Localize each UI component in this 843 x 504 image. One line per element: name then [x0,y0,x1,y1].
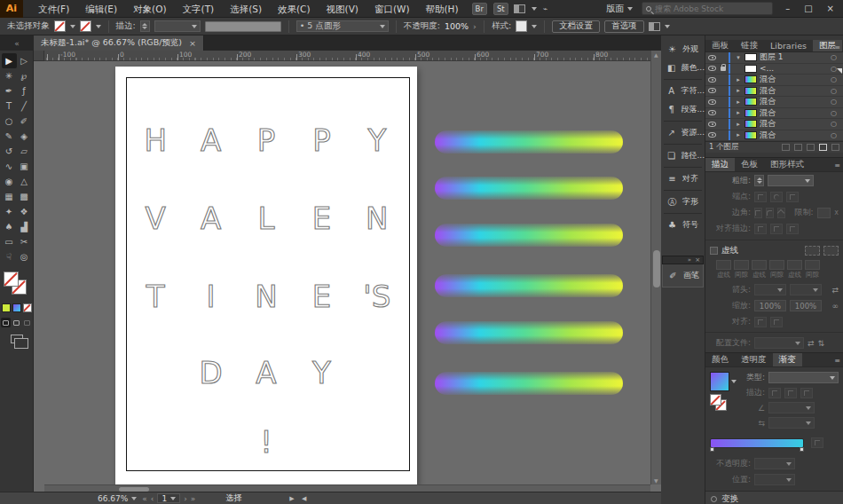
cap-projecting-button[interactable] [786,192,799,202]
outline-letter[interactable]: N [239,276,294,317]
cap-butt-button[interactable] [754,192,767,202]
align-outside-button[interactable] [786,224,799,234]
vertical-scrollbar[interactable]: ▲ ▼ [650,51,661,484]
tab-close-icon[interactable]: × [189,38,196,48]
layer-thumbnail[interactable] [745,98,757,106]
stroke-swatch-none[interactable] [80,20,91,32]
stock-search[interactable] [642,2,773,15]
brushes-panel-button[interactable]: ✐ 画笔 [662,264,704,287]
arrange-documents-caret-icon[interactable] [532,7,537,11]
stroke-weight-select[interactable] [154,20,201,32]
outline-letter[interactable]: L [239,198,294,239]
opacity-value[interactable]: 100% [445,21,469,31]
layer-thumbnail[interactable] [745,53,757,61]
limit-field[interactable] [817,208,831,218]
width-tool[interactable]: ∿ [2,159,17,174]
layer-row-6[interactable]: ▸混合○ [705,119,843,130]
visibility-eye-icon[interactable] [708,55,716,60]
layer-name[interactable]: 混合 [760,85,828,97]
layer-name[interactable]: <... [760,64,828,73]
arrow-align-tip-button[interactable] [754,317,767,327]
scroll-up-icon[interactable]: ▲ [654,51,658,58]
shape-builder-tool[interactable]: ◉ [2,174,17,189]
align-inside-button[interactable] [770,224,783,234]
menu-item-5[interactable]: 效果(C) [270,0,319,18]
target-circle-icon[interactable]: ○ [831,131,843,139]
dock-item-7[interactable]: Ⓐ字形 [661,193,705,211]
layer-row-3[interactable]: ▸混合○ [705,86,843,98]
color-mode-button[interactable] [2,303,11,312]
quick-button-br[interactable]: Br [472,3,487,15]
perspective-grid-tool[interactable]: △ [17,174,32,189]
make-clip-mask-icon[interactable] [794,144,802,151]
align-dash-button[interactable] [823,246,839,256]
gradient-stroke-within-button[interactable] [768,388,781,398]
width-profile-preview[interactable] [205,21,281,32]
layer-row-2[interactable]: ▸混合○ [705,75,843,86]
symbol-sprayer-tool[interactable]: ♠ [2,219,17,234]
outline-letter[interactable]: ! [239,421,294,462]
fill-caret-icon[interactable] [70,25,75,28]
dock-item-2[interactable]: A字符... [661,82,705,100]
target-circle-icon[interactable]: ○ [831,109,843,117]
search-input[interactable] [655,4,761,13]
vertical-scroll-thumb[interactable] [653,250,660,287]
style-caret-icon[interactable] [532,25,537,28]
expand-panel-icon[interactable] [711,496,717,502]
dash-field-3[interactable] [769,260,784,270]
outline-letter[interactable]: A [183,198,238,239]
status-bar-arrows-icon[interactable]: ▶ ◀ [289,495,309,502]
quick-button-st[interactable]: St [493,3,508,15]
dock-item-8[interactable]: ♣符号 [661,216,705,234]
gradient-bar-4[interactable] [435,321,623,344]
ellipse-tool[interactable]: ○ [2,114,17,129]
dash-field-5[interactable] [805,260,820,270]
rotate-tool[interactable]: ↺ [2,144,17,159]
panel-menu-icon[interactable]: ≡ [834,161,840,169]
arrange-documents-icon[interactable] [514,4,525,13]
gradient-stroke-across-button[interactable] [800,388,813,398]
lock-icon[interactable] [721,67,726,71]
draw-normal-button[interactable] [1,318,11,327]
preserve-dash-button[interactable] [805,246,820,256]
horizontal-scrollbar[interactable] [44,484,650,492]
curvature-tool[interactable]: ƒ [17,83,32,98]
gradient-tab-1[interactable]: 透明度 [735,353,773,366]
magic-wand-tool[interactable]: ✳ [2,68,17,83]
chevron-down-icon[interactable]: ▾ [735,54,742,61]
gradient-stop-right[interactable] [800,447,804,452]
type-tool[interactable]: T [2,98,17,114]
menu-item-2[interactable]: 对象(O) [125,0,174,18]
gradient-tab-0[interactable]: 颜色 [705,353,735,366]
scroll-down-icon[interactable]: ▼ [654,477,658,484]
fill-indicator-none[interactable] [4,272,19,287]
corner-bevel-button[interactable] [777,208,785,218]
swap-arrowheads-icon[interactable]: ⇄ [831,286,839,295]
chevron-right-icon[interactable]: ▸ [735,121,742,128]
close-panel-icon[interactable]: × [695,256,700,264]
direct-selection-tool[interactable]: ▷ [17,53,32,68]
dock-item-4[interactable]: ↗资源... [661,123,705,142]
gradient-slider[interactable] [710,438,804,448]
arrow-start-select[interactable] [754,284,786,295]
gradient-fill-none[interactable] [710,394,721,406]
zoom-level-select[interactable]: 66.67% [98,494,137,503]
paintbrush-tool[interactable]: ✐ [17,114,32,129]
document-setup-button[interactable]: 文档设置 [552,20,600,33]
layer-name[interactable]: 混合 [760,118,828,130]
outline-letter[interactable]: V [128,198,183,239]
panel-menu-icon[interactable]: ≡ [834,43,840,51]
layer-row-7[interactable]: ▸混合○ [705,130,843,142]
dash-field-4[interactable] [787,260,802,270]
layer-name[interactable]: 图层 1 [760,51,828,63]
gradient-menu-caret-icon[interactable] [731,380,737,383]
visibility-eye-icon[interactable] [708,132,716,138]
menu-item-4[interactable]: 选择(S) [222,0,270,18]
preferences-button[interactable]: 首选项 [604,20,644,33]
gradient-stroke-along-button[interactable] [784,388,797,398]
menu-item-8[interactable]: 帮助(H) [418,0,467,18]
outline-letter[interactable]: H [128,120,183,161]
next-artboard-button[interactable]: › [184,494,187,503]
maximize-button[interactable]: □ [804,4,812,13]
new-layer-icon[interactable] [819,144,827,151]
